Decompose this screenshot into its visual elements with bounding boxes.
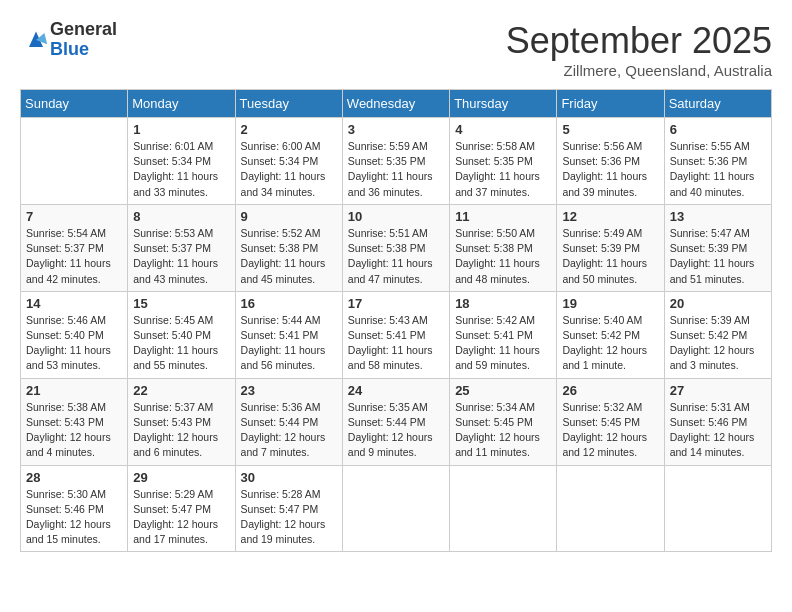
day-info: Sunrise: 5:43 AMSunset: 5:41 PMDaylight:… (348, 313, 444, 374)
day-info: Sunrise: 5:40 AMSunset: 5:42 PMDaylight:… (562, 313, 658, 374)
weekday-header-tuesday: Tuesday (235, 90, 342, 118)
day-info: Sunrise: 5:58 AMSunset: 5:35 PMDaylight:… (455, 139, 551, 200)
day-info: Sunrise: 5:34 AMSunset: 5:45 PMDaylight:… (455, 400, 551, 461)
calendar-cell: 10Sunrise: 5:51 AMSunset: 5:38 PMDayligh… (342, 204, 449, 291)
day-number: 21 (26, 383, 122, 398)
day-number: 22 (133, 383, 229, 398)
day-number: 4 (455, 122, 551, 137)
day-info: Sunrise: 5:54 AMSunset: 5:37 PMDaylight:… (26, 226, 122, 287)
day-info: Sunrise: 5:56 AMSunset: 5:36 PMDaylight:… (562, 139, 658, 200)
calendar-cell: 3Sunrise: 5:59 AMSunset: 5:35 PMDaylight… (342, 118, 449, 205)
calendar-cell (342, 465, 449, 552)
calendar-cell: 11Sunrise: 5:50 AMSunset: 5:38 PMDayligh… (450, 204, 557, 291)
calendar-cell: 12Sunrise: 5:49 AMSunset: 5:39 PMDayligh… (557, 204, 664, 291)
day-info: Sunrise: 5:47 AMSunset: 5:39 PMDaylight:… (670, 226, 766, 287)
calendar-cell: 29Sunrise: 5:29 AMSunset: 5:47 PMDayligh… (128, 465, 235, 552)
day-number: 13 (670, 209, 766, 224)
calendar-cell: 17Sunrise: 5:43 AMSunset: 5:41 PMDayligh… (342, 291, 449, 378)
calendar-cell: 24Sunrise: 5:35 AMSunset: 5:44 PMDayligh… (342, 378, 449, 465)
day-info: Sunrise: 5:36 AMSunset: 5:44 PMDaylight:… (241, 400, 337, 461)
day-number: 27 (670, 383, 766, 398)
day-info: Sunrise: 5:51 AMSunset: 5:38 PMDaylight:… (348, 226, 444, 287)
calendar-cell: 28Sunrise: 5:30 AMSunset: 5:46 PMDayligh… (21, 465, 128, 552)
day-info: Sunrise: 5:35 AMSunset: 5:44 PMDaylight:… (348, 400, 444, 461)
day-number: 15 (133, 296, 229, 311)
calendar-cell (21, 118, 128, 205)
calendar-cell: 14Sunrise: 5:46 AMSunset: 5:40 PMDayligh… (21, 291, 128, 378)
day-info: Sunrise: 5:42 AMSunset: 5:41 PMDaylight:… (455, 313, 551, 374)
day-info: Sunrise: 6:00 AMSunset: 5:34 PMDaylight:… (241, 139, 337, 200)
day-number: 26 (562, 383, 658, 398)
calendar-cell: 4Sunrise: 5:58 AMSunset: 5:35 PMDaylight… (450, 118, 557, 205)
day-number: 25 (455, 383, 551, 398)
day-info: Sunrise: 5:31 AMSunset: 5:46 PMDaylight:… (670, 400, 766, 461)
calendar-cell: 2Sunrise: 6:00 AMSunset: 5:34 PMDaylight… (235, 118, 342, 205)
title-block: September 2025 Zillmere, Queensland, Aus… (506, 20, 772, 79)
calendar-cell: 9Sunrise: 5:52 AMSunset: 5:38 PMDaylight… (235, 204, 342, 291)
day-info: Sunrise: 5:50 AMSunset: 5:38 PMDaylight:… (455, 226, 551, 287)
weekday-header-saturday: Saturday (664, 90, 771, 118)
day-number: 6 (670, 122, 766, 137)
day-info: Sunrise: 5:32 AMSunset: 5:45 PMDaylight:… (562, 400, 658, 461)
logo-blue-text: Blue (50, 40, 117, 60)
day-number: 2 (241, 122, 337, 137)
day-number: 19 (562, 296, 658, 311)
calendar-header: SundayMondayTuesdayWednesdayThursdayFrid… (21, 90, 772, 118)
day-number: 28 (26, 470, 122, 485)
header-row: SundayMondayTuesdayWednesdayThursdayFrid… (21, 90, 772, 118)
day-number: 20 (670, 296, 766, 311)
day-info: Sunrise: 5:55 AMSunset: 5:36 PMDaylight:… (670, 139, 766, 200)
calendar-cell: 26Sunrise: 5:32 AMSunset: 5:45 PMDayligh… (557, 378, 664, 465)
day-info: Sunrise: 6:01 AMSunset: 5:34 PMDaylight:… (133, 139, 229, 200)
week-row-2: 7Sunrise: 5:54 AMSunset: 5:37 PMDaylight… (21, 204, 772, 291)
day-number: 10 (348, 209, 444, 224)
calendar-cell: 27Sunrise: 5:31 AMSunset: 5:46 PMDayligh… (664, 378, 771, 465)
weekday-header-sunday: Sunday (21, 90, 128, 118)
day-number: 7 (26, 209, 122, 224)
day-info: Sunrise: 5:28 AMSunset: 5:47 PMDaylight:… (241, 487, 337, 548)
calendar-cell: 15Sunrise: 5:45 AMSunset: 5:40 PMDayligh… (128, 291, 235, 378)
logo-general-text: General (50, 20, 117, 40)
calendar-cell: 18Sunrise: 5:42 AMSunset: 5:41 PMDayligh… (450, 291, 557, 378)
calendar-cell: 1Sunrise: 6:01 AMSunset: 5:34 PMDaylight… (128, 118, 235, 205)
day-number: 18 (455, 296, 551, 311)
week-row-3: 14Sunrise: 5:46 AMSunset: 5:40 PMDayligh… (21, 291, 772, 378)
calendar-cell: 22Sunrise: 5:37 AMSunset: 5:43 PMDayligh… (128, 378, 235, 465)
day-number: 12 (562, 209, 658, 224)
day-info: Sunrise: 5:53 AMSunset: 5:37 PMDaylight:… (133, 226, 229, 287)
day-number: 23 (241, 383, 337, 398)
week-row-4: 21Sunrise: 5:38 AMSunset: 5:43 PMDayligh… (21, 378, 772, 465)
calendar-cell (450, 465, 557, 552)
calendar-cell: 5Sunrise: 5:56 AMSunset: 5:36 PMDaylight… (557, 118, 664, 205)
calendar-cell: 25Sunrise: 5:34 AMSunset: 5:45 PMDayligh… (450, 378, 557, 465)
calendar-cell: 8Sunrise: 5:53 AMSunset: 5:37 PMDaylight… (128, 204, 235, 291)
day-info: Sunrise: 5:46 AMSunset: 5:40 PMDaylight:… (26, 313, 122, 374)
day-info: Sunrise: 5:49 AMSunset: 5:39 PMDaylight:… (562, 226, 658, 287)
day-info: Sunrise: 5:44 AMSunset: 5:41 PMDaylight:… (241, 313, 337, 374)
calendar-table: SundayMondayTuesdayWednesdayThursdayFrid… (20, 89, 772, 552)
logo: General Blue (20, 20, 117, 60)
location-subtitle: Zillmere, Queensland, Australia (506, 62, 772, 79)
day-info: Sunrise: 5:59 AMSunset: 5:35 PMDaylight:… (348, 139, 444, 200)
day-info: Sunrise: 5:30 AMSunset: 5:46 PMDaylight:… (26, 487, 122, 548)
day-number: 8 (133, 209, 229, 224)
page-header: General Blue September 2025 Zillmere, Qu… (20, 20, 772, 79)
calendar-body: 1Sunrise: 6:01 AMSunset: 5:34 PMDaylight… (21, 118, 772, 552)
calendar-cell: 21Sunrise: 5:38 AMSunset: 5:43 PMDayligh… (21, 378, 128, 465)
calendar-cell (557, 465, 664, 552)
day-number: 5 (562, 122, 658, 137)
week-row-5: 28Sunrise: 5:30 AMSunset: 5:46 PMDayligh… (21, 465, 772, 552)
day-number: 14 (26, 296, 122, 311)
calendar-cell: 30Sunrise: 5:28 AMSunset: 5:47 PMDayligh… (235, 465, 342, 552)
calendar-cell: 19Sunrise: 5:40 AMSunset: 5:42 PMDayligh… (557, 291, 664, 378)
day-number: 30 (241, 470, 337, 485)
calendar-cell: 23Sunrise: 5:36 AMSunset: 5:44 PMDayligh… (235, 378, 342, 465)
calendar-cell: 16Sunrise: 5:44 AMSunset: 5:41 PMDayligh… (235, 291, 342, 378)
day-info: Sunrise: 5:29 AMSunset: 5:47 PMDaylight:… (133, 487, 229, 548)
day-number: 24 (348, 383, 444, 398)
day-number: 11 (455, 209, 551, 224)
week-row-1: 1Sunrise: 6:01 AMSunset: 5:34 PMDaylight… (21, 118, 772, 205)
calendar-cell (664, 465, 771, 552)
day-number: 9 (241, 209, 337, 224)
calendar-cell: 7Sunrise: 5:54 AMSunset: 5:37 PMDaylight… (21, 204, 128, 291)
